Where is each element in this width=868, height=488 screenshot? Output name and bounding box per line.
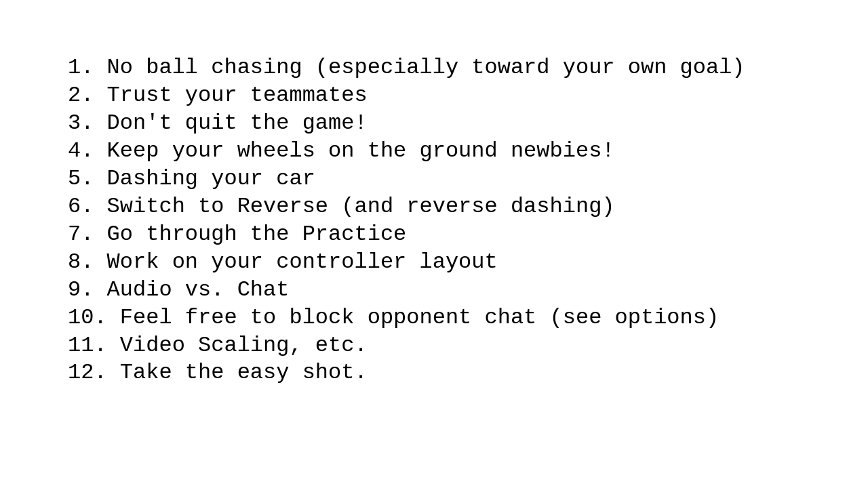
- list-item: 12. Take the easy shot.: [68, 359, 745, 387]
- item-number: 5.: [68, 166, 107, 191]
- item-number: 11.: [68, 333, 120, 358]
- list-item: 8. Work on your controller layout: [68, 249, 745, 277]
- item-number: 8.: [68, 249, 107, 274]
- list-item: 6. Switch to Reverse (and reverse dashin…: [68, 193, 745, 221]
- item-number: 2.: [68, 83, 107, 108]
- item-number: 10.: [68, 305, 120, 330]
- item-text: Audio vs. Chat: [107, 277, 290, 302]
- list-item: 2. Trust your teammates: [68, 82, 745, 110]
- item-number: 9.: [68, 277, 107, 302]
- item-text: Take the easy shot.: [120, 360, 368, 385]
- item-number: 3.: [68, 110, 107, 136]
- list-item: 9. Audio vs. Chat: [68, 277, 745, 304]
- item-text: Feel free to block opponent chat (see op…: [120, 305, 719, 330]
- main-content: 1. No ball chasing (especially toward yo…: [0, 0, 766, 407]
- item-text: Dashing your car: [107, 166, 315, 191]
- list-item: 4. Keep your wheels on the ground newbie…: [68, 138, 745, 165]
- item-text: Don't quit the game!: [107, 110, 368, 136]
- item-text: Keep your wheels on the ground newbies!: [107, 138, 615, 163]
- list-item: 11. Video Scaling, etc.: [68, 332, 745, 360]
- item-text: No ball chasing (especially toward your …: [107, 55, 745, 80]
- item-number: 1.: [68, 55, 107, 80]
- list-item: 1. No ball chasing (especially toward yo…: [68, 54, 745, 82]
- item-text: Work on your controller layout: [107, 249, 498, 274]
- item-text: Trust your teammates: [107, 83, 368, 108]
- item-number: 7.: [68, 222, 107, 247]
- item-number: 4.: [68, 138, 107, 163]
- item-text: Switch to Reverse (and reverse dashing): [107, 194, 615, 219]
- list-item: 5. Dashing your car: [68, 165, 745, 193]
- tips-list: 1. No ball chasing (especially toward yo…: [68, 54, 745, 387]
- item-text: Video Scaling, etc.: [120, 333, 368, 358]
- list-item: 10. Feel free to block opponent chat (se…: [68, 304, 745, 332]
- item-number: 12.: [68, 360, 120, 385]
- list-item: 7. Go through the Practice: [68, 221, 745, 249]
- list-item: 3. Don't quit the game!: [68, 110, 745, 138]
- item-text: Go through the Practice: [107, 222, 407, 247]
- item-number: 6.: [68, 194, 107, 219]
